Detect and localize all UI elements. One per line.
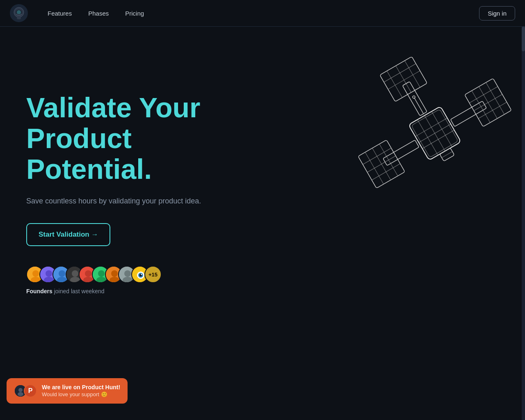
svg-line-33 bbox=[387, 71, 402, 98]
svg-point-59 bbox=[111, 270, 118, 277]
avatar-group: +15 bbox=[26, 266, 256, 283]
hero-text: Validate Your Product Potential. Save co… bbox=[26, 92, 256, 294]
svg-line-36 bbox=[414, 98, 424, 114]
nav-links: Features Phases Pricing bbox=[41, 7, 479, 20]
svg-point-62 bbox=[124, 270, 131, 277]
cta-button[interactable]: Start Validation → bbox=[26, 223, 110, 246]
hero-heading: Validate Your Product Potential. bbox=[26, 92, 256, 184]
logo[interactable] bbox=[10, 4, 28, 22]
signin-button[interactable]: Sign in bbox=[479, 6, 515, 21]
svg-point-53 bbox=[85, 270, 91, 277]
svg-line-20 bbox=[379, 144, 398, 176]
nav-link-features[interactable]: Features bbox=[41, 7, 78, 20]
svg-rect-4 bbox=[17, 17, 21, 19]
svg-line-34 bbox=[396, 66, 411, 92]
ph-p-icon: P bbox=[24, 384, 37, 397]
svg-line-12 bbox=[431, 112, 452, 147]
svg-point-71 bbox=[18, 392, 23, 396]
svg-line-26 bbox=[472, 91, 490, 123]
nav-link-phases[interactable]: Phases bbox=[82, 7, 115, 20]
ph-text: We are live on Product Hunt! Would love … bbox=[42, 384, 120, 398]
svg-point-70 bbox=[18, 388, 23, 392]
svg-line-27 bbox=[479, 87, 497, 119]
product-hunt-toast[interactable]: P We are live on Product Hunt! Would lov… bbox=[7, 378, 128, 404]
avatar-count: +15 bbox=[144, 266, 162, 283]
svg-point-56 bbox=[98, 270, 105, 277]
hero-section: Validate Your Product Potential. Save co… bbox=[0, 27, 525, 420]
svg-point-3 bbox=[17, 10, 21, 14]
svg-point-37 bbox=[412, 96, 415, 99]
nav-link-pricing[interactable]: Pricing bbox=[119, 7, 151, 20]
svg-point-47 bbox=[59, 270, 65, 277]
svg-point-50 bbox=[72, 270, 78, 277]
satellite-illustration bbox=[353, 51, 509, 207]
svg-point-68 bbox=[141, 274, 142, 275]
ph-icons: P bbox=[14, 384, 37, 397]
hero-subtext: Save countless hours by validating your … bbox=[26, 196, 256, 207]
svg-rect-21 bbox=[450, 101, 486, 126]
founders-text: Founders joined last weekend bbox=[26, 288, 256, 294]
svg-line-10 bbox=[418, 120, 438, 155]
svg-line-19 bbox=[372, 148, 391, 180]
svg-point-41 bbox=[32, 270, 39, 277]
svg-line-18 bbox=[365, 152, 383, 184]
navbar: Features Phases Pricing Sign in bbox=[0, 0, 525, 27]
svg-point-44 bbox=[46, 270, 52, 277]
svg-line-28 bbox=[486, 82, 504, 114]
